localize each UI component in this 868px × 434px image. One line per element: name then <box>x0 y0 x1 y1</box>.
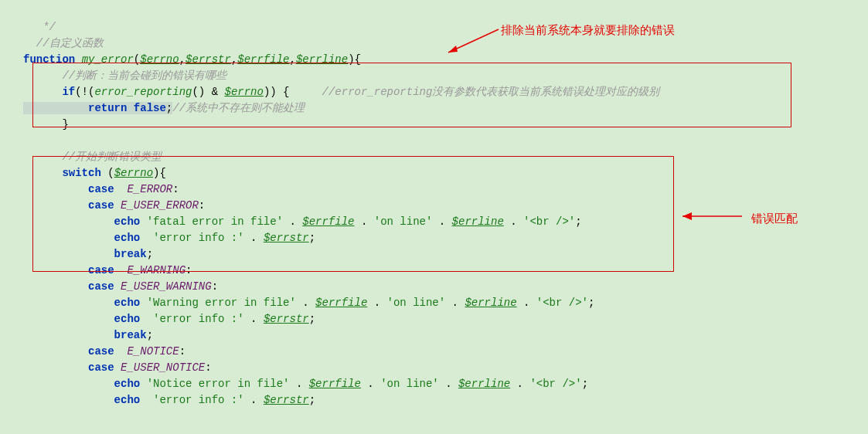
brace: )) { <box>264 86 290 98</box>
op: . <box>244 313 264 325</box>
code-block: */ //自定义函数 function my_error($errno,$err… <box>0 0 868 409</box>
semi: ; <box>582 378 588 390</box>
op: . <box>296 378 309 390</box>
comment-inline: //error_reporting没有参数代表获取当前系统错误处理对应的级别 <box>290 86 660 98</box>
op: . <box>445 297 465 309</box>
semi: ; <box>309 394 315 406</box>
op: . <box>289 215 302 228</box>
param: $errfile <box>237 53 289 66</box>
const: E_USER_ERROR <box>121 199 199 212</box>
semi: ; <box>588 297 594 309</box>
const: E_USER_NOTICE <box>121 361 205 374</box>
colon: : <box>179 345 186 358</box>
kw-break: break <box>23 248 147 260</box>
comment-line: //开始判断错误类型 <box>23 151 162 163</box>
paren: ( <box>134 53 140 66</box>
kw-echo: echo <box>23 394 153 406</box>
const: E_NOTICE <box>127 345 179 358</box>
param: $errline <box>296 53 348 66</box>
kw-break: break <box>23 329 147 341</box>
var: $errfile <box>315 297 367 309</box>
colon: : <box>172 183 179 195</box>
brace: ){ <box>153 167 166 179</box>
kw-echo: echo <box>23 215 147 228</box>
op: . <box>439 378 458 390</box>
kw-switch: switch <box>23 167 107 179</box>
const: E_USER_WARNING <box>121 280 212 293</box>
str: 'fatal error in file' <box>147 215 290 228</box>
str: 'error info :' <box>153 313 244 325</box>
fn-name: my_error <box>82 53 134 66</box>
kw-case: case <box>23 199 121 212</box>
fn-call: error_reporting <box>94 86 192 98</box>
op: . <box>432 215 451 228</box>
comment-line: //判断：当前会碰到的错误有哪些 <box>23 70 226 82</box>
var: $errno <box>114 167 153 179</box>
kw-echo: echo <box>23 378 147 390</box>
comment-text: 自定义函数 <box>49 37 104 49</box>
semi: ; <box>147 248 153 260</box>
semi: ; <box>147 329 153 341</box>
kw-case: case <box>23 361 121 374</box>
brace: ){ <box>348 53 361 66</box>
semi: ; <box>309 313 315 325</box>
str: '<br />' <box>536 297 588 309</box>
str: 'on line' <box>387 297 446 309</box>
var: $errline <box>465 297 516 309</box>
str: 'on line' <box>374 215 433 228</box>
paren: (!( <box>75 86 94 98</box>
var: $errno <box>224 86 263 98</box>
kw-echo: echo <box>23 232 153 244</box>
comment-prefix: // <box>23 37 49 49</box>
op: () & <box>192 86 224 98</box>
const: E_ERROR <box>127 183 172 195</box>
op: . <box>510 378 529 390</box>
op: . <box>244 232 264 244</box>
annotation-match: 错误匹配 <box>751 210 798 228</box>
op: . <box>361 378 380 390</box>
op: . <box>367 297 386 309</box>
colon: : <box>212 280 218 293</box>
op: . <box>504 215 523 228</box>
kw-case: case <box>23 183 127 195</box>
kw-echo: echo <box>23 313 153 325</box>
str: 'error info :' <box>153 394 244 406</box>
kw-function: function <box>23 53 82 66</box>
str: '<br />' <box>529 378 581 390</box>
colon: : <box>186 264 192 276</box>
param: $errstr <box>186 53 231 66</box>
kw-case: case <box>23 345 127 358</box>
var: $errstr <box>264 232 309 244</box>
param: $errno <box>140 53 179 66</box>
colon: : <box>199 199 205 212</box>
op: . <box>517 297 536 309</box>
semi: ; <box>309 232 315 244</box>
str: 'error info :' <box>153 232 244 244</box>
brace: } <box>23 118 69 131</box>
op: . <box>244 394 264 406</box>
str: '<br />' <box>523 215 575 228</box>
code-line: */ <box>23 21 56 33</box>
var: $errline <box>458 378 510 390</box>
colon: : <box>205 361 211 374</box>
blank <box>23 134 29 147</box>
semi: ; <box>166 102 172 114</box>
comment-inline: //系统中不存在则不能处理 <box>172 102 305 114</box>
kw-echo: echo <box>23 297 147 309</box>
paren: ( <box>107 167 114 179</box>
str: 'Warning error in file' <box>147 297 303 309</box>
semi: ; <box>575 215 581 228</box>
const: E_WARNING <box>127 264 186 276</box>
annotation-exclude: 排除当前系统本身就要排除的错误 <box>501 22 675 39</box>
kw-if: if <box>23 86 75 98</box>
str: 'Notice error in file' <box>147 378 296 390</box>
str: 'on line' <box>380 378 439 390</box>
kw-case: case <box>23 280 121 293</box>
op: . <box>302 297 315 309</box>
kw-return: return false <box>23 102 166 114</box>
var: $errfile <box>302 215 354 228</box>
kw-case: case <box>23 264 127 276</box>
var: $errfile <box>309 378 361 390</box>
var: $errstr <box>264 313 309 325</box>
op: . <box>355 215 374 228</box>
